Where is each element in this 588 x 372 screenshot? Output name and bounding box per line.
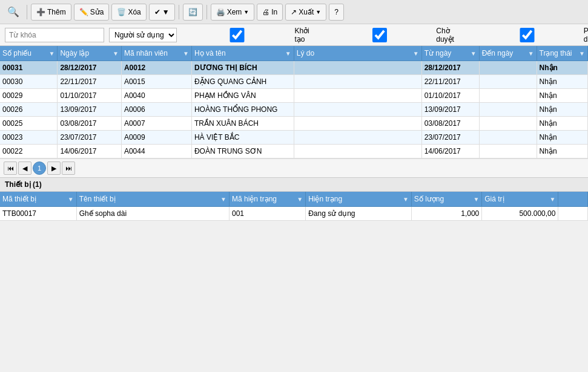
view-label: Xem [227,8,242,16]
user-select[interactable]: Người sử dụng [109,28,177,42]
sep2 [179,5,179,19]
sub-table-header: Mã thiết bị▼ Tên thiết bị▼ Mã hiện trạng… [0,192,588,207]
list-item[interactable]: TTB00017Ghế sopha dài001Đang sử dụng1,00… [0,207,588,221]
main-table: Số phiếu▼ Ngày lập▼ Mã nhân viên▼ Họ và … [0,46,588,158]
main-table-scroll[interactable]: Số phiếu▼ Ngày lập▼ Mã nhân viên▼ Họ và … [0,46,588,158]
sep1 [27,5,27,19]
export-button[interactable]: ↗ Xuất ▼ [285,4,326,21]
page-next-button[interactable]: ▶ [47,162,61,175]
filter-phe-duyet[interactable]: Phê duyệt [472,27,588,44]
approve-button[interactable]: ✔ ▼ [149,4,175,21]
sub-col-ten-tb: Tên thiết bị▼ [76,192,229,207]
delete-button[interactable]: 🗑️ Xóa [111,4,146,21]
status-filters: Khởi tạo Chờ duyệt Phê duyệt Từ chối [182,27,588,44]
page-1-button[interactable]: 1 [33,162,46,175]
filter-icon-den-ngay[interactable]: ▼ [528,50,534,57]
sub-col-so-luong: Số lượng▼ [411,192,481,207]
sub-col-gia-tri: Giá trị▼ [482,192,558,207]
print-button[interactable]: 🖨 In [257,4,283,21]
add-icon: ➕ [36,8,45,16]
page-first-button[interactable]: ⏮ [4,162,17,175]
help-label: ? [334,8,339,16]
sep3 [206,5,207,19]
sub-table: Mã thiết bị▼ Tên thiết bị▼ Mã hiện trạng… [0,192,588,221]
filter-icon-ma-nv[interactable]: ▼ [183,50,189,57]
col-den-ngay: Đến ngày▼ [479,46,537,61]
binoculars-icon: 🔍 [4,5,23,19]
toolbar: 🔍 ➕ Thêm ✏️ Sửa 🗑️ Xóa ✔ ▼ 🔄 🖨️ Xem ▼ 🖨 … [0,0,588,24]
col-tu-ngay: Từ ngày▼ [421,46,479,61]
view-button[interactable]: 🖨️ Xem ▼ [211,4,255,21]
edit-button[interactable]: ✏️ Sửa [74,4,110,21]
filter-icon-ho-ten[interactable]: ▼ [285,50,291,57]
filter-cho-duyet[interactable]: Chờ duyệt [325,27,466,44]
search-bar: Người sử dụng Khởi tạo Chờ duyệt Phê duy… [0,24,588,46]
sub-table-scroll[interactable]: Mã thiết bị▼ Tên thiết bị▼ Mã hiện trạng… [0,192,588,221]
filter-icon-ma-tb[interactable]: ▼ [68,196,74,203]
filter-icon-gia-tri[interactable]: ▼ [550,196,556,203]
sub-section-title: Thiết bị (1) [0,177,588,192]
keyword-input[interactable] [5,28,104,42]
export-dropdown-icon: ▼ [315,9,321,15]
page-last-button[interactable]: ⏭ [62,162,75,175]
view-dropdown-icon: ▼ [243,9,249,15]
refresh-icon: 🔄 [188,8,197,16]
filter-icon-tu-ngay[interactable]: ▼ [471,50,477,57]
main-content: Số phiếu▼ Ngày lập▼ Mã nhân viên▼ Họ và … [0,46,588,372]
sub-col-hien-trang: Hiện trạng▼ [306,192,412,207]
col-ly-do: Lý do▼ [294,46,421,61]
sub-col-ma-ht: Mã hiện trạng▼ [229,192,305,207]
edit-icon: ✏️ [79,8,88,16]
filter-icon-ngay-lap[interactable]: ▼ [113,50,119,57]
sub-col-ma-tb: Mã thiết bị▼ [0,192,76,207]
filter-icon-ma-ht[interactable]: ▼ [297,196,303,203]
filter-icon-ten-tb[interactable]: ▼ [220,196,226,203]
add-label: Thêm [47,8,66,16]
table-row[interactable]: 0002323/07/2017A0009HÀ VIỆT BẮC23/07/201… [0,131,588,145]
table-row[interactable]: 0003022/11/2017A0015ĐẶNG QUANG CẢNH22/11… [0,75,588,89]
sub-col-extra [558,192,588,207]
delete-icon: 🗑️ [117,8,126,16]
sub-section: Thiết bị (1) Mã thiết bị▼ Tên thiết bị▼ … [0,177,588,221]
approve-icon: ✔ [154,8,160,16]
export-icon: ↗ [291,8,297,16]
col-ho-ten: Họ và tên▼ [191,46,294,61]
filter-icon-so-phieu[interactable]: ▼ [49,50,55,57]
view-icon: 🖨️ [216,8,225,16]
approve-dropdown-icon: ▼ [162,8,170,16]
filter-icon-hien-trang[interactable]: ▼ [403,196,409,203]
table-row[interactable]: 0002214/06/2017A0044ĐOÀN TRUNG SƠN14/06/… [0,145,588,158]
help-button[interactable]: ? [329,4,344,21]
table-row[interactable]: 0002503/08/2017A0007TRẦN XUÂN BÁCH03/08/… [0,117,588,131]
table-row[interactable]: 0002613/09/2017A0006HOÀNG THỔNG PHONG13/… [0,103,588,117]
print-label: In [271,8,277,16]
table-row[interactable]: 0003128/12/2017A0012DƯƠNG THỊ BÍCH28/12/… [0,61,588,75]
print-icon: 🖨 [262,8,269,16]
delete-label: Xóa [128,8,140,16]
edit-label: Sửa [90,8,104,16]
col-so-phieu: Số phiếu▼ [0,46,58,61]
export-label: Xuất [299,8,314,16]
pagination: ⏮ ◀ 1 ▶ ⏭ [0,158,588,177]
filter-khoi-tao[interactable]: Khởi tạo [182,27,319,44]
main-table-header: Số phiếu▼ Ngày lập▼ Mã nhân viên▼ Họ và … [0,46,588,61]
filter-icon-so-luong[interactable]: ▼ [473,196,479,203]
refresh-button[interactable]: 🔄 [183,4,203,21]
page-prev-button[interactable]: ◀ [18,162,31,175]
col-trang-thai: Trạng thái▼ [537,46,587,61]
filter-icon-ly-do[interactable]: ▼ [413,50,419,57]
col-ma-nv: Mã nhân viên▼ [121,46,191,61]
col-ngay-lap: Ngày lập▼ [58,46,121,61]
table-row[interactable]: 0002901/10/2017A0040PHẠM HỒNG VÂN01/10/2… [0,89,588,103]
upper-table-wrap: Số phiếu▼ Ngày lập▼ Mã nhân viên▼ Họ và … [0,46,588,177]
filter-icon-trang-thai[interactable]: ▼ [579,50,585,57]
add-button[interactable]: ➕ Thêm [31,4,71,21]
